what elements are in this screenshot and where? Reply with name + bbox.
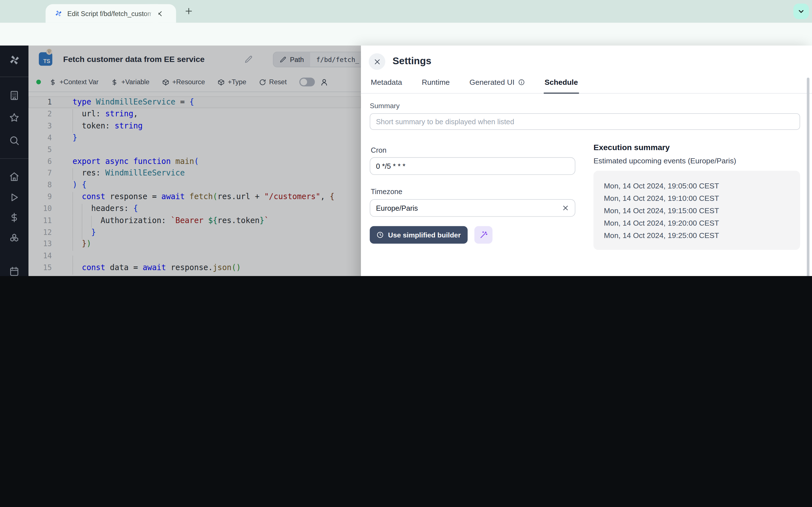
screen: Edit Script f/bd/fetch_custom app.windmi… [0,0,812,276]
tab-generated-ui[interactable]: Generated UI [468,76,526,93]
code-line[interactable]: 10 headers: { [29,203,361,214]
tab-label: Metadata [371,78,402,86]
script-title: Fetch customer data from EE service [63,55,205,64]
line-number: 3 [29,122,52,130]
browser-tab[interactable]: Edit Script f/bd/fetch_custom [46,4,176,23]
tab-metadata[interactable]: Metadata [370,76,403,93]
execution-summary-heading: Execution summary [594,143,670,152]
toolbar-resource-button[interactable]: +Resource [162,78,205,86]
code-line[interactable]: 3 token: string [29,120,361,131]
path-field[interactable]: Path f/bd/fetch_ [273,52,361,67]
sidebar-divider [0,158,29,159]
tab-runtime[interactable]: Runtime [421,76,451,93]
line-number: 13 [29,240,52,248]
code-line[interactable]: 13 }) [29,238,361,250]
summary-label: Summary [370,102,400,110]
schedule-event: Mon, 14 Oct 2024, 19:05:00 CEST [604,179,800,192]
windmill-logo-icon[interactable] [8,54,20,66]
code-line[interactable]: 11 Authorization: `Bearer ${res.token}` [29,214,361,226]
line-number: 8 [29,180,52,189]
code-line[interactable]: 1type WindmillEeService = { [29,96,361,108]
cron-label: Cron [371,146,387,154]
line-number: 12 [29,228,52,236]
sidebar-search-icon[interactable] [9,135,20,146]
magic-wand-icon [479,231,488,239]
collaborator-avatar [46,48,53,55]
toolbar-variable-button[interactable]: +Variable [111,78,150,86]
sidebar-building-icon[interactable] [9,90,20,101]
drawer-scrollbar[interactable] [807,78,809,276]
editor-toggle[interactable] [299,78,315,87]
line-number: 16 [29,275,52,276]
sidebar-boxes-icon[interactable] [9,233,20,244]
code-line[interactable]: 12 } [29,226,361,238]
edit-title-icon[interactable] [245,55,253,64]
line-number: 5 [29,145,52,154]
path-edit-button[interactable]: Path [273,52,310,67]
code-line[interactable]: 14 [29,250,361,262]
code-line[interactable]: 5 [29,144,361,155]
browser-tab-strip: Edit Script f/bd/fetch_custom [0,0,812,23]
toolbar-label: +Variable [121,78,149,86]
line-number: 14 [29,251,52,260]
typescript-badge-label: TS [43,58,50,64]
code-line[interactable]: 4} [29,131,361,144]
pencil-icon [280,56,287,63]
code-line[interactable]: 2 url: string, [29,108,361,120]
chevron-down-icon [797,7,805,15]
simplified-builder-button[interactable]: Use simplified builder [370,226,467,244]
sidebar-calendar-icon[interactable] [9,266,20,276]
info-icon [518,78,525,86]
ai-cron-button[interactable] [474,226,492,244]
simplified-builder-label: Use simplified builder [388,231,461,239]
toolbar-label: +Type [228,78,246,86]
toolbar-reset-button[interactable]: Reset [259,78,287,86]
code-line[interactable]: 16 [29,274,361,276]
line-number: 7 [29,169,52,177]
line-number: 10 [29,204,52,212]
sidebar-divider [0,76,29,77]
sidebar-dollar-icon[interactable] [9,212,20,223]
browser-toolbar: app.windmill.dev/scripts/edit/f/bd/fetch… [0,23,812,47]
toolbar-contextvar-button[interactable]: +Context Var [49,78,98,86]
drawer-title: Settings [393,55,432,67]
toolbar-label: +Context Var [59,78,98,86]
code-line[interactable]: 15 const data = await response.json() [29,262,361,274]
clear-timezone-icon[interactable] [562,205,569,212]
package-icon [217,78,225,86]
code-line[interactable]: 6export async function main( [29,155,361,167]
upcoming-events-box: Mon, 14 Oct 2024, 19:05:00 CESTMon, 14 O… [594,171,800,250]
summary-input[interactable]: Short summary to be displayed when liste… [370,113,800,130]
execution-summary-subheading: Estimated upcoming events (Europe/Paris) [594,157,736,165]
schedule-event: Mon, 14 Oct 2024, 19:10:00 CEST [604,192,800,204]
code-line[interactable]: 9 const response = await fetch(res.url +… [29,191,361,203]
rotate-icon [259,78,266,86]
line-number: 9 [29,192,52,201]
path-label: Path [290,55,304,63]
clock-icon [377,231,384,238]
toolbar-label: +Resource [172,78,205,86]
code-editor[interactable]: 1type WindmillEeService = {2 url: string… [29,96,361,276]
tab-search-button[interactable] [794,4,809,19]
line-number: 1 [29,98,52,106]
tab-label: Runtime [422,78,450,86]
sidebar-star-icon[interactable] [9,112,20,123]
line-number: 2 [29,110,52,118]
editor-toolbar: +Context Var+Variable+Resource+TypeReset [29,72,361,92]
close-drawer-button[interactable] [369,53,386,70]
toolbar-type-button[interactable]: +Type [217,78,246,86]
app-sidebar [0,46,29,276]
sidebar-play-icon[interactable] [9,192,20,203]
code-line[interactable]: 8) { [29,179,361,191]
cron-input[interactable]: 0 */5 * * * [370,157,575,175]
sidebar-home-icon[interactable] [9,171,20,182]
code-line[interactable]: 7 res: WindmillEeService [29,167,361,179]
person-icon[interactable] [320,78,328,86]
new-tab-button[interactable] [185,7,193,15]
dollar-icon [111,78,118,86]
schedule-event: Mon, 14 Oct 2024, 19:20:00 CEST [604,217,800,229]
tab-schedule[interactable]: Schedule [544,76,579,94]
close-icon [373,58,381,66]
cron-value: 0 */5 * * * [376,162,405,170]
timezone-input[interactable]: Europe/Paris [370,199,575,217]
